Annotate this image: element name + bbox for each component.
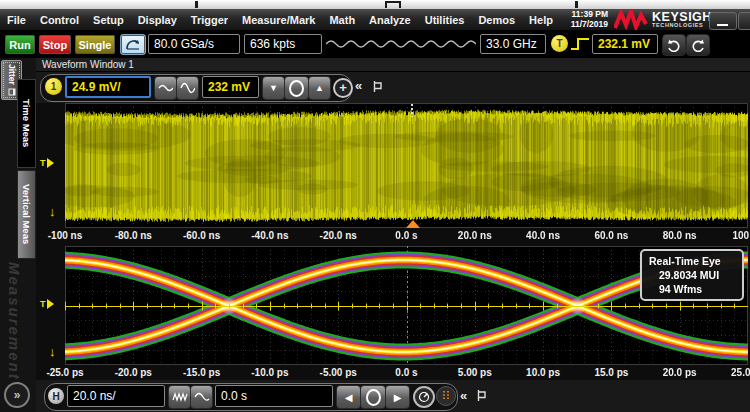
- orange-markers-icon: [441, 390, 451, 402]
- small-wave-icon: [158, 83, 173, 93]
- horizontal-position-track-icon: [326, 38, 476, 50]
- chevron-left-icon: ◀: [345, 392, 353, 403]
- touch-button[interactable]: [120, 34, 146, 55]
- eye-info-box: Real-Time Eye 29.8034 MUI 94 Wfms: [640, 249, 744, 301]
- eye-level-marker[interactable]: T: [40, 299, 54, 309]
- left-sidebar: Jitter Time Meas Vertical Meas Measureme…: [0, 58, 36, 412]
- position-right-button[interactable]: ▶: [385, 385, 410, 409]
- collapse-button[interactable]: «: [355, 78, 362, 93]
- sidebar-tab-vertical-meas[interactable]: Vertical Meas: [17, 170, 36, 259]
- scale-increase-button[interactable]: [176, 76, 199, 100]
- maximize-button[interactable]: [738, 12, 750, 30]
- trigger-marker-label: T: [40, 158, 46, 168]
- top-time-axis: -100 ns-80.0 ns-60.0 ns-40.0 ns-20.0 ns0…: [65, 230, 748, 244]
- timebase-zoom-in-button[interactable]: [168, 385, 191, 409]
- trigger-time-icon[interactable]: [406, 220, 420, 228]
- pin-icon: [477, 389, 486, 402]
- run-button[interactable]: Run: [4, 34, 36, 55]
- redo-button[interactable]: [686, 34, 710, 56]
- menu-item[interactable]: Trigger: [184, 14, 235, 26]
- menu-bar: FileControlSetupDisplayTriggerMeasure/Ma…: [0, 9, 750, 30]
- position-left-button[interactable]: ◀: [336, 385, 361, 409]
- chevrons-left-icon: «: [460, 388, 467, 403]
- window-title-bar[interactable]: Waveform Window 1: [36, 58, 750, 72]
- sidebar-tab-time-meas[interactable]: Time Meas: [17, 79, 36, 168]
- minimize-button[interactable]: [709, 12, 737, 30]
- ground-marker-eye[interactable]: ↓: [49, 344, 56, 359]
- scale-decrease-button[interactable]: [154, 76, 177, 100]
- keysight-logo: KEYSIGHT TECHNOLOGIES: [614, 9, 720, 30]
- undo-icon: [667, 39, 681, 52]
- h-label: H: [52, 391, 59, 402]
- oscilloscope-app: FileControlSetupDisplayTriggerMeasure/Ma…: [0, 0, 750, 412]
- timebase-scale-field[interactable]: 20.0 ns/: [67, 385, 165, 407]
- pin-hbar-button[interactable]: [477, 389, 486, 402]
- position-zero-button[interactable]: [360, 385, 386, 409]
- touch-gesture-icon: [125, 38, 141, 51]
- eye-info-title: Real-Time Eye: [649, 254, 742, 268]
- top-waveform-canvas[interactable]: [65, 103, 748, 228]
- bandwidth-field[interactable]: 33.0 GHz: [480, 34, 546, 54]
- strip-mark: [385, 1, 401, 8]
- menu-item[interactable]: Math: [322, 14, 362, 26]
- offset-zero-button[interactable]: [284, 76, 309, 100]
- menu-item[interactable]: Setup: [86, 14, 131, 26]
- zero-icon: [289, 80, 304, 97]
- keysight-spark-icon: [614, 10, 650, 30]
- offset-up-button[interactable]: ▲: [308, 76, 331, 100]
- marker-arrow-icon: [47, 299, 54, 309]
- channel-control-bar: 1 24.9 mV/ 232 mV ▼ ▲ + «: [36, 72, 750, 103]
- multi-wave-icon: [172, 392, 188, 402]
- eye-time-axis: -25.0 ps-20.0 ps-15.0 ps-10.0 ps-5.00 ps…: [65, 367, 748, 381]
- zero-icon: [366, 389, 381, 406]
- window-title: Waveform Window 1: [42, 59, 134, 70]
- channel1-offset-field[interactable]: 232 mV: [202, 76, 259, 98]
- menu-item[interactable]: Control: [33, 14, 86, 26]
- clock: 11:39 PM 11/7/2019: [571, 9, 608, 30]
- menu-item[interactable]: File: [0, 14, 33, 26]
- horizontal-control-bar: H 20.0 ns/ 0.0 s ◀ ▶ «: [36, 380, 750, 412]
- stop-button[interactable]: Stop: [38, 34, 72, 55]
- menu-item[interactable]: Display: [131, 14, 184, 26]
- top-strip: [0, 0, 750, 9]
- chevron-up-icon: ▲: [315, 83, 324, 93]
- menu-item[interactable]: Utilities: [418, 14, 472, 26]
- tab-label: Jitter: [7, 64, 17, 85]
- channel1-scale-field[interactable]: 24.9 mV/: [65, 76, 151, 98]
- pin-button[interactable]: [373, 80, 382, 93]
- ground-marker-top[interactable]: ↓: [49, 204, 56, 219]
- channel1-badge[interactable]: 1: [45, 78, 62, 95]
- chevrons-right-icon: »: [14, 388, 21, 402]
- tab-label: Time Meas: [21, 99, 32, 147]
- single-wave-icon: [194, 391, 210, 403]
- expand-panel-button[interactable]: »: [4, 382, 30, 408]
- trigger-edge-icon[interactable]: [570, 36, 590, 52]
- timebase-position-field[interactable]: 0.0 s: [215, 385, 333, 407]
- offset-down-button[interactable]: ▼: [262, 76, 285, 100]
- trigger-marker-label: T: [40, 299, 46, 309]
- menu-item[interactable]: Demos: [471, 14, 522, 26]
- memory-depth-field[interactable]: 636 kpts: [244, 34, 322, 54]
- add-channel-button[interactable]: +: [333, 78, 353, 98]
- menu-item[interactable]: Measure/Mark: [235, 14, 322, 26]
- collapse-hbar-button[interactable]: «: [460, 388, 467, 403]
- trigger-position-marker[interactable]: [411, 104, 413, 117]
- pin-icon: [373, 80, 382, 93]
- trigger-source-icon[interactable]: T: [551, 35, 568, 52]
- single-button[interactable]: Single: [74, 34, 116, 55]
- menu-item[interactable]: Analyze: [362, 14, 418, 26]
- eye-info-wfms: 94 Wfms: [649, 282, 742, 296]
- chevron-down-icon: ▼: [269, 83, 278, 93]
- trigger-markers-button[interactable]: [436, 386, 456, 406]
- zoom-window-button[interactable]: [413, 386, 435, 408]
- channel1-level-marker[interactable]: T: [40, 158, 54, 168]
- clock-date: 11/7/2019: [571, 20, 608, 30]
- ground-arrow-icon: ↓: [49, 344, 56, 359]
- trigger-level-field[interactable]: 232.1 mV: [592, 34, 658, 54]
- timebase-zoom-out-button[interactable]: [190, 385, 213, 409]
- sample-rate-field[interactable]: 80.0 GSa/s: [148, 34, 240, 54]
- minimize-icon: [717, 24, 728, 26]
- undo-button[interactable]: [662, 34, 686, 56]
- horizontal-badge[interactable]: H: [48, 388, 64, 404]
- menu-item[interactable]: Help: [522, 14, 560, 26]
